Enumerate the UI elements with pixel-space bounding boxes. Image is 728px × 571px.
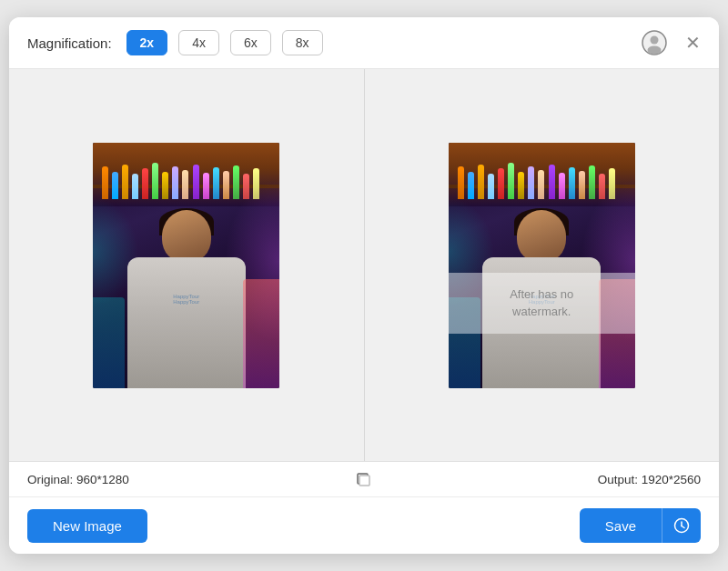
bottle-r-4 [488, 174, 494, 199]
close-icon: ✕ [685, 33, 701, 53]
watermark-overlay: After has no watermark. [449, 273, 635, 334]
person-area: HappyTourHappyTour [114, 206, 259, 388]
footer: Original: 960*1280 Output: 1920*2560 New… [9, 461, 719, 554]
bottle-10 [193, 165, 199, 199]
bottle-r-11 [559, 173, 565, 199]
bottle-4 [132, 174, 138, 199]
svg-rect-4 [359, 476, 369, 486]
watermark-line3: watermark. [512, 305, 571, 318]
bottle-8 [172, 166, 178, 199]
svg-point-2 [648, 46, 662, 55]
bottle-r-2 [468, 172, 474, 199]
header-bar: Magnification: 2x 4x 6x 8x ✕ [9, 17, 719, 69]
bottle-r-9 [538, 170, 544, 199]
watermark-line2: has no [538, 287, 573, 301]
bottle-r-3 [478, 165, 484, 199]
magnification-label: Magnification: [27, 35, 112, 51]
save-button-group: Save [580, 508, 701, 543]
watermark-text: After has no watermark. [458, 286, 626, 321]
output-dimensions: Output: 1920*2560 [598, 473, 701, 486]
photo-background-enhanced: HappyTourHappyTour After has no watermar… [449, 143, 635, 388]
copy-icon [355, 471, 371, 487]
preview-area: HappyTourHappyTour [9, 69, 719, 461]
enhanced-photo: HappyTourHappyTour After has no watermar… [449, 143, 635, 388]
original-dimensions: Original: 960*1280 [27, 473, 129, 486]
mag-2x-button[interactable]: 2x [126, 30, 168, 55]
original-preview-pane: HappyTourHappyTour [9, 69, 365, 461]
app-window: Magnification: 2x 4x 6x 8x ✕ [9, 17, 719, 554]
original-photo: HappyTourHappyTour [93, 143, 279, 388]
bottle-9 [182, 170, 188, 199]
bottle-r-5 [498, 168, 504, 199]
mag-4x-button[interactable]: 4x [178, 30, 219, 55]
user-icon-button[interactable] [642, 30, 667, 55]
bottle-7 [162, 172, 168, 199]
bottle-3 [122, 165, 128, 199]
bottle-11 [203, 173, 209, 199]
mag-8x-button[interactable]: 8x [282, 30, 323, 55]
photo-background: HappyTourHappyTour [93, 143, 279, 388]
save-history-button[interactable] [662, 508, 701, 543]
svg-point-1 [651, 36, 659, 45]
person-head-r [517, 210, 566, 263]
bottle-r-7 [518, 172, 524, 199]
bottle-5 [142, 168, 148, 199]
chair-right [243, 279, 279, 388]
person-body: HappyTourHappyTour [127, 257, 246, 388]
bottle-r-10 [549, 165, 555, 199]
copy-dimensions-button[interactable] [355, 471, 371, 487]
footer-info-row: Original: 960*1280 Output: 1920*2560 [9, 462, 719, 497]
clock-icon [673, 517, 690, 534]
new-image-button[interactable]: New Image [27, 509, 147, 543]
bottle-2 [112, 172, 118, 199]
bottle-1 [102, 166, 108, 199]
footer-actions-row: New Image Save [9, 497, 719, 554]
bottle-r-6 [508, 163, 514, 199]
bottle-6 [152, 163, 158, 199]
enhanced-preview-pane: HappyTourHappyTour After has no watermar… [365, 69, 720, 461]
svg-line-7 [682, 526, 684, 528]
mag-6x-button[interactable]: 6x [230, 30, 271, 55]
chair-left [93, 297, 125, 388]
person-head [162, 210, 211, 263]
hoodie-text: HappyTourHappyTour [173, 294, 199, 305]
watermark-line1: After [510, 287, 534, 301]
user-icon [642, 30, 667, 55]
bottle-r-12 [569, 167, 575, 199]
close-button[interactable]: ✕ [685, 34, 701, 52]
save-button[interactable]: Save [580, 508, 662, 543]
bottle-r-8 [528, 166, 534, 199]
bottle-12 [213, 167, 219, 199]
bottle-r-1 [458, 166, 464, 199]
